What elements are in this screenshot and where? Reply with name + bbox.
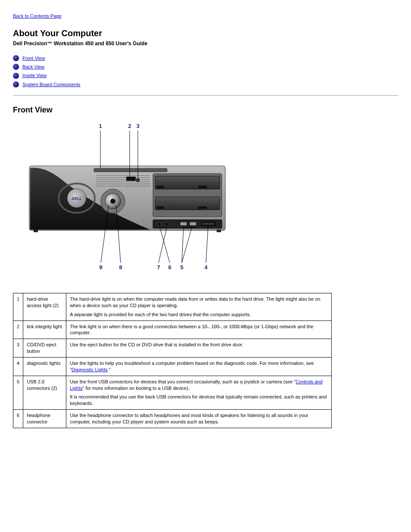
table-row: 4 diagnostic lights Use the lights to he… [13, 357, 332, 376]
svg-text:7: 7 [157, 264, 160, 271]
svg-point-33 [110, 199, 115, 204]
bullet-icon [13, 64, 19, 70]
svg-text:DELL: DELL [72, 196, 82, 201]
svg-rect-12 [126, 177, 136, 181]
svg-rect-27 [202, 223, 205, 225]
svg-rect-30 [212, 223, 214, 225]
desc-text: Use the front USB connectors for devices… [70, 379, 296, 384]
svg-rect-4 [94, 168, 167, 172]
front-view-figure: DELL [25, 123, 398, 276]
svg-point-23 [166, 223, 169, 226]
svg-text:4: 4 [204, 264, 208, 271]
table-row: 2 link integrity light The link light is… [13, 320, 332, 339]
svg-text:9: 9 [99, 264, 102, 271]
svg-rect-16 [198, 186, 207, 188]
section-divider [13, 95, 398, 96]
toc-link-inside-view[interactable]: Inside View [22, 72, 47, 78]
svg-point-22 [158, 223, 161, 226]
svg-rect-17 [157, 186, 164, 188]
svg-line-42 [159, 226, 170, 263]
svg-rect-35 [217, 230, 221, 232]
table-row: 1 hard-drive access light (2) The hard-d… [13, 293, 332, 321]
row-num: 3 [13, 339, 23, 358]
row-label: USB 2.0 connectors (2) [23, 376, 66, 409]
row-desc: Use the lights to help you troubleshoot … [66, 357, 332, 376]
row-desc: Use the front USB connectors for devices… [66, 376, 332, 409]
desc-text: ." [108, 367, 111, 372]
row-label: link integrity light [23, 320, 66, 339]
svg-line-44 [206, 226, 208, 263]
row-label: diagnostic lights [23, 357, 66, 376]
svg-text:2: 2 [128, 123, 131, 129]
section-heading-front-view: Front View [13, 105, 398, 115]
table-of-contents: Front View Back View Inside View System … [13, 55, 398, 87]
svg-rect-29 [209, 223, 211, 225]
row-num: 6 [13, 410, 23, 428]
svg-line-41 [159, 226, 167, 263]
row-num: 1 [13, 293, 23, 321]
svg-rect-19 [198, 206, 207, 209]
desc-text: " for more information on booting to a U… [82, 386, 189, 391]
svg-text:3: 3 [136, 123, 139, 129]
table-row: 6 headphone connector Use the headphone … [13, 410, 332, 428]
svg-rect-18 [155, 197, 220, 210]
page-subtitle: Dell Precision™ Workstation 450 and 650 … [13, 40, 398, 47]
svg-rect-25 [190, 222, 196, 226]
desc-text: The hard-drive light is on when the comp… [70, 296, 328, 309]
svg-rect-15 [155, 176, 220, 189]
svg-point-13 [136, 178, 140, 182]
row-desc: The link light is on when there is a goo… [66, 320, 332, 339]
back-to-contents-link[interactable]: Back to Contents Page [13, 13, 62, 19]
svg-rect-28 [206, 223, 208, 225]
svg-text:8: 8 [119, 264, 122, 271]
desc-text: A separate light is provided for each of… [70, 311, 328, 318]
row-desc: The hard-drive light is on when the comp… [66, 293, 332, 321]
svg-text:6: 6 [168, 264, 171, 271]
toc-link-front-view[interactable]: Front View [22, 55, 45, 61]
toc-link-system-board[interactable]: System Board Components [22, 81, 81, 87]
row-label: CD/DVD eject button [23, 339, 66, 358]
bullet-icon [13, 73, 19, 79]
diagnostic-lights-link[interactable]: Diagnostic Lights [72, 367, 108, 372]
table-row: 3 CD/DVD eject button Use the eject butt… [13, 339, 332, 358]
svg-text:5: 5 [180, 264, 183, 271]
row-label: headphone connector [23, 410, 66, 428]
row-desc: Use the eject button for the CD or DVD d… [66, 339, 332, 358]
desc-text: It is recommended that you use the back … [70, 394, 328, 407]
row-num: 5 [13, 376, 23, 409]
row-num: 2 [13, 320, 23, 339]
svg-rect-34 [34, 230, 38, 232]
svg-text:1: 1 [99, 123, 102, 129]
svg-rect-20 [157, 206, 164, 209]
parts-table: 1 hard-drive access light (2) The hard-d… [13, 293, 332, 428]
toc-link-back-view[interactable]: Back View [22, 64, 44, 70]
bullet-icon [13, 81, 19, 87]
svg-rect-24 [180, 222, 187, 226]
page-title: About Your Computer [13, 28, 398, 39]
row-num: 4 [13, 357, 23, 376]
bullet-icon [13, 55, 19, 61]
table-row: 5 USB 2.0 connectors (2) Use the front U… [13, 376, 332, 409]
row-desc: Use the headphone connector to attach he… [66, 410, 332, 428]
row-label: hard-drive access light (2) [23, 293, 66, 321]
